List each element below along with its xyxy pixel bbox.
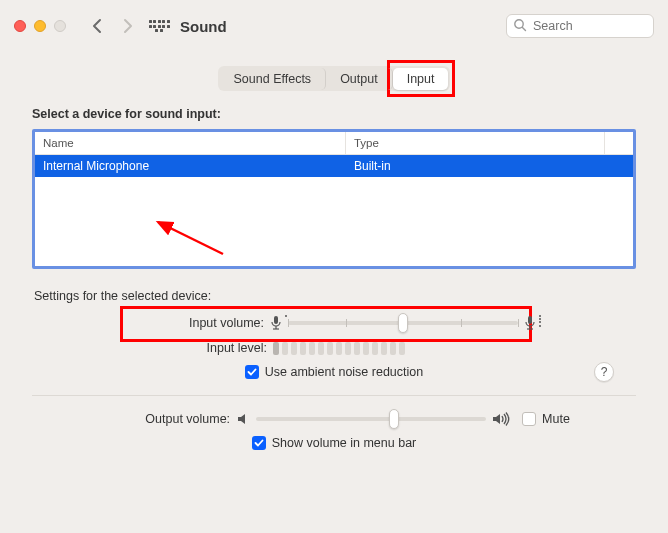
separator — [32, 395, 636, 396]
input-volume-row: Input volume: — [32, 315, 636, 331]
tab-output[interactable]: Output — [326, 68, 393, 90]
close-window-button[interactable] — [14, 20, 26, 32]
speaker-high-icon — [492, 412, 512, 426]
svg-rect-6 — [528, 316, 532, 324]
input-level-meter — [273, 342, 533, 355]
svg-line-1 — [522, 27, 525, 30]
select-device-label: Select a device for sound input: — [32, 107, 636, 121]
minimize-window-button[interactable] — [34, 20, 46, 32]
output-volume-thumb[interactable] — [389, 409, 399, 429]
mute-checkbox[interactable] — [522, 412, 536, 426]
noise-reduction-row: Use ambient noise reduction ? — [32, 365, 636, 379]
noise-reduction-checkbox[interactable] — [245, 365, 259, 379]
input-level-label: Input level: — [135, 341, 267, 355]
noise-reduction-label: Use ambient noise reduction — [265, 365, 423, 379]
mic-low-icon — [270, 315, 282, 331]
output-volume-label: Output volume: — [98, 412, 230, 426]
annotation-arrow — [148, 218, 228, 258]
search-field-wrap — [506, 14, 654, 38]
back-button[interactable] — [86, 15, 108, 37]
column-name[interactable]: Name — [35, 132, 346, 154]
window-title: Sound — [180, 18, 227, 35]
tab-input[interactable]: Input — [393, 68, 449, 90]
mute-row: Mute — [522, 412, 570, 426]
show-volume-checkbox[interactable] — [252, 436, 266, 450]
search-icon — [513, 18, 527, 36]
mic-high-icon — [524, 315, 536, 331]
tab-bar: Sound Effects Output Input — [0, 66, 668, 91]
input-volume-slider[interactable] — [288, 321, 518, 325]
forward-button — [116, 15, 138, 37]
tab-sound-effects[interactable]: Sound Effects — [220, 68, 327, 90]
settings-label: Settings for the selected device: — [34, 289, 636, 303]
device-type: Built-in — [346, 155, 605, 177]
input-volume-thumb[interactable] — [398, 313, 408, 333]
window-controls — [14, 20, 66, 32]
output-volume-slider[interactable] — [256, 417, 486, 421]
show-volume-label: Show volume in menu bar — [272, 436, 417, 450]
device-table-header: Name Type — [35, 132, 633, 155]
device-name: Internal Microphone — [35, 155, 346, 177]
device-row[interactable]: Internal Microphone Built-in — [35, 155, 633, 177]
column-type[interactable]: Type — [346, 132, 605, 154]
search-input[interactable] — [506, 14, 654, 38]
show-volume-row: Show volume in menu bar — [0, 436, 668, 450]
speaker-low-icon — [236, 412, 250, 426]
help-button[interactable]: ? — [594, 362, 614, 382]
device-table[interactable]: Name Type Internal Microphone Built-in — [32, 129, 636, 269]
svg-rect-3 — [274, 316, 278, 324]
window-toolbar: Sound — [0, 0, 668, 52]
svg-line-2 — [158, 222, 223, 254]
input-level-row: Input level: — [32, 341, 636, 355]
input-panel: Select a device for sound input: Name Ty… — [32, 107, 636, 379]
mute-label: Mute — [542, 412, 570, 426]
zoom-window-button — [54, 20, 66, 32]
show-all-icon[interactable] — [148, 15, 170, 37]
column-spacer — [605, 132, 633, 154]
output-volume-row: Output volume: Mute — [32, 412, 636, 426]
